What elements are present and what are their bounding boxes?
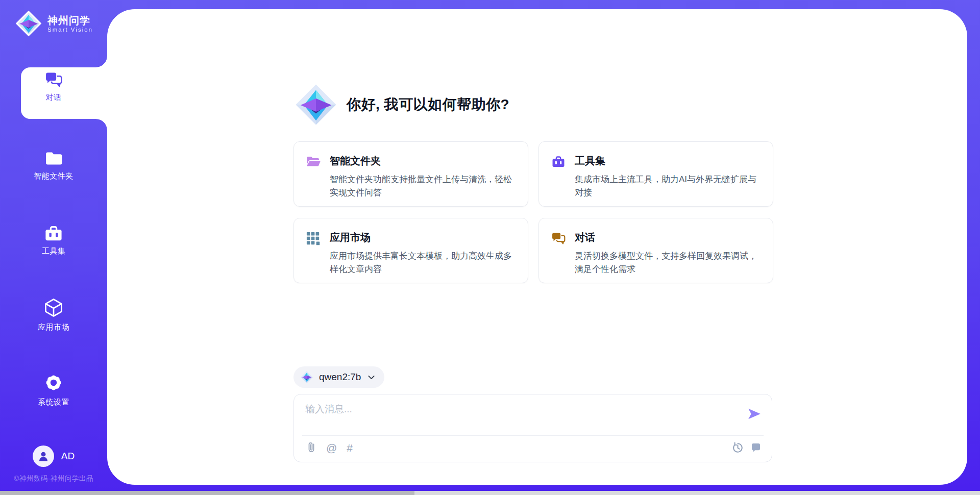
avatar <box>33 445 54 467</box>
card-description: 智能文件夹功能支持批量文件上传与清洗，轻松实现文件问答 <box>330 173 514 199</box>
card-smart-folder[interactable]: 智能文件夹 智能文件夹功能支持批量文件上传与清洗，轻松实现文件问答 <box>293 141 528 207</box>
send-icon[interactable] <box>747 407 762 421</box>
sidebar: 神州问学 Smart Vision 对话 智能文件夹 工具集 应用市场 系统设置 <box>0 0 107 495</box>
brand-gem-icon <box>15 10 42 37</box>
sidebar-item-label: 智能文件夹 <box>34 171 74 181</box>
feedback-bubble-icon[interactable] <box>751 442 761 453</box>
card-body: 对话 灵活切换多模型文件，支持多样回复效果调试，满足个性化需求 <box>575 231 760 283</box>
chat-icon <box>44 71 63 88</box>
folder-open-icon <box>306 154 322 206</box>
folder-icon <box>44 150 63 167</box>
person-icon <box>38 451 49 462</box>
main-panel: 你好, 我可以如何帮助你? 智能文件夹 智能文件夹功能支持批量文件上传与清洗，轻… <box>107 9 967 485</box>
sidebar-item-label: 对话 <box>46 93 62 103</box>
feature-cards: 智能文件夹 智能文件夹功能支持批量文件上传与清洗，轻松实现文件问答 工具集 集成… <box>293 141 773 283</box>
mention-icon[interactable]: @ <box>326 442 337 453</box>
horizontal-scrollbar[interactable] <box>0 491 980 495</box>
sidebar-item-smart-folder[interactable]: 智能文件夹 <box>0 150 107 181</box>
cube-icon <box>43 298 64 318</box>
message-composer: @ # <box>293 394 772 462</box>
model-selector[interactable]: qwen2:7b <box>293 366 384 388</box>
greeting: 你好, 我可以如何帮助你? <box>293 82 509 127</box>
app-root: 神州问学 Smart Vision 对话 智能文件夹 工具集 应用市场 系统设置 <box>0 0 980 495</box>
composer-right-toolbar <box>732 442 761 453</box>
user-profile[interactable]: AD <box>0 445 107 467</box>
card-title: 工具集 <box>575 154 760 168</box>
sidebar-item-toolset[interactable]: 工具集 <box>0 225 107 256</box>
grid-icon <box>306 231 322 283</box>
card-body: 应用市场 应用市场提供丰富长文本模板，助力高效生成多样化文章内容 <box>330 231 514 283</box>
sidebar-item-label: 工具集 <box>42 246 66 256</box>
sidebar-item-app-market[interactable]: 应用市场 <box>0 298 107 332</box>
history-icon[interactable] <box>732 442 743 453</box>
card-app-market[interactable]: 应用市场 应用市场提供丰富长文本模板，助力高效生成多样化文章内容 <box>293 218 528 283</box>
sidebar-item-label: 系统设置 <box>38 398 69 407</box>
brand-name: 神州问学 <box>47 15 93 27</box>
sidebar-item-settings[interactable]: 系统设置 <box>0 373 107 407</box>
model-name: qwen2:7b <box>319 372 361 383</box>
card-description: 灵活切换多模型文件，支持多样回复效果调试，满足个性化需求 <box>575 250 760 276</box>
sidebar-item-chat[interactable]: 对话 <box>0 71 107 103</box>
card-body: 工具集 集成市场上主流工具，助力AI与外界无缝扩展与对接 <box>575 154 760 206</box>
composer-divider <box>302 435 764 436</box>
composer-toolbar: @ # <box>306 441 353 454</box>
attachment-icon[interactable] <box>306 441 316 454</box>
card-title: 对话 <box>575 231 760 244</box>
message-input[interactable] <box>305 403 729 432</box>
brand-logo: 神州问学 Smart Vision <box>15 10 93 37</box>
card-chat[interactable]: 对话 灵活切换多模型文件，支持多样回复效果调试，满足个性化需求 <box>538 218 773 283</box>
greeting-gem-icon <box>293 82 338 127</box>
toolbox-icon <box>44 225 63 242</box>
chevron-down-icon <box>366 373 376 382</box>
card-title: 应用市场 <box>330 231 514 244</box>
topic-icon[interactable]: # <box>347 442 353 453</box>
card-title: 智能文件夹 <box>330 154 514 168</box>
sidebar-item-label: 应用市场 <box>38 323 69 332</box>
chat-icon <box>551 231 567 283</box>
copyright-text: ©神州数码·神州问学出品 <box>0 474 107 483</box>
gear-icon <box>43 373 64 393</box>
greeting-text: 你好, 我可以如何帮助你? <box>347 95 509 114</box>
card-body: 智能文件夹 智能文件夹功能支持批量文件上传与清洗，轻松实现文件问答 <box>330 154 514 206</box>
scrollbar-thumb[interactable] <box>0 491 414 495</box>
model-gem-icon <box>300 370 313 384</box>
brand-text: 神州问学 Smart Vision <box>47 15 93 33</box>
user-name: AD <box>61 451 75 462</box>
brand-subtitle: Smart Vision <box>47 27 93 33</box>
toolbox-icon <box>551 154 567 206</box>
card-description: 集成市场上主流工具，助力AI与外界无缝扩展与对接 <box>575 173 760 199</box>
card-description: 应用市场提供丰富长文本模板，助力高效生成多样化文章内容 <box>330 250 514 276</box>
card-toolset[interactable]: 工具集 集成市场上主流工具，助力AI与外界无缝扩展与对接 <box>538 141 773 207</box>
